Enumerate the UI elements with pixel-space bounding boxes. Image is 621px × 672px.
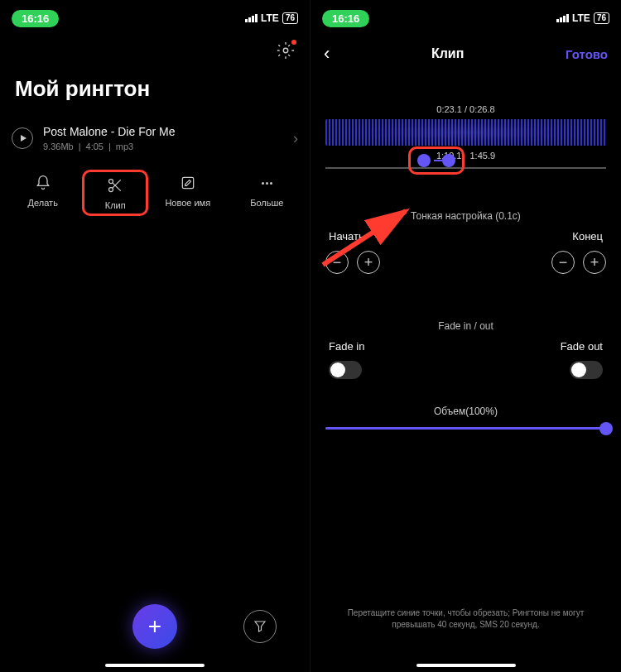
hint-text: Перетащите синие точки, чтобы обрезать; … — [335, 607, 596, 631]
status-bar: 16:16 LTE 76 — [310, 0, 621, 36]
fine-tune-label: Тонкая настройка (0.1c) — [310, 210, 621, 222]
action-make[interactable]: Делать — [10, 173, 76, 213]
status-right: LTE 76 — [245, 12, 298, 24]
volume-label: Объем(100%) — [310, 406, 621, 417]
chevron-right-icon: › — [293, 130, 298, 147]
filter-button[interactable] — [243, 610, 277, 643]
waveform[interactable] — [325, 119, 606, 146]
start-label: Начать — [329, 230, 364, 242]
end-minus-button[interactable]: − — [551, 251, 575, 274]
add-button[interactable]: + — [132, 604, 177, 649]
time-pill: 16:16 — [12, 10, 59, 27]
svg-point-0 — [283, 48, 288, 53]
fade-out-label: Fade out — [561, 340, 603, 353]
end-plus-button[interactable]: + — [583, 251, 606, 274]
track-meta: 9.36Mb | 4:05 | mp3 — [43, 142, 283, 151]
action-more[interactable]: Больше — [233, 173, 300, 213]
network-label: LTE — [261, 12, 279, 24]
fade-section-label: Fade in / out — [310, 320, 621, 332]
clip-title: Клип — [431, 46, 464, 61]
battery-icon: 76 — [594, 12, 609, 24]
fade-in-toggle[interactable] — [329, 361, 362, 379]
network-label: LTE — [572, 12, 590, 24]
done-button[interactable]: Готово — [566, 47, 608, 61]
track-title: Post Malone - Die For Me — [43, 125, 283, 138]
edit-icon — [178, 173, 198, 193]
svg-rect-3 — [182, 177, 193, 188]
home-indicator — [105, 664, 205, 667]
status-right: LTE 76 — [556, 12, 609, 24]
battery-icon: 76 — [282, 12, 298, 24]
more-icon — [257, 173, 277, 193]
svg-point-2 — [109, 188, 113, 192]
fade-out-toggle[interactable] — [570, 361, 603, 379]
trim-start-handle[interactable] — [417, 154, 431, 167]
filter-icon — [253, 619, 267, 634]
action-rename[interactable]: Новое имя — [155, 173, 221, 213]
home-indicator — [416, 664, 516, 667]
start-minus-button[interactable]: − — [325, 251, 349, 274]
trim-track[interactable] — [325, 167, 606, 169]
start-plus-button[interactable]: + — [357, 251, 380, 274]
status-bar: 16:16 LTE 76 — [0, 0, 310, 36]
fade-in-label: Fade in — [329, 340, 364, 353]
playback-time: 0:23.1 / 0:26.8 — [310, 104, 621, 114]
play-button[interactable] — [12, 127, 33, 149]
page-title: Мой рингтон — [0, 68, 310, 118]
svg-point-1 — [109, 180, 113, 184]
range-end-label: 1:45.9 — [470, 151, 496, 161]
track-row[interactable]: Post Malone - Die For Me 9.36Mb | 4:05 |… — [0, 118, 310, 158]
volume-slider[interactable] — [325, 427, 606, 430]
scissors-icon — [105, 175, 125, 195]
volume-thumb[interactable] — [599, 422, 613, 435]
signal-icon — [556, 14, 569, 22]
notification-dot — [291, 40, 296, 45]
action-clip[interactable]: Клип — [82, 170, 148, 216]
trim-handles[interactable] — [408, 146, 465, 175]
time-pill: 16:16 — [322, 10, 369, 27]
end-label: Конец — [572, 230, 603, 242]
bell-icon — [33, 173, 53, 193]
play-icon — [21, 135, 26, 142]
signal-icon — [245, 14, 258, 22]
settings-button[interactable] — [277, 41, 295, 63]
back-button[interactable]: ‹ — [324, 43, 330, 65]
